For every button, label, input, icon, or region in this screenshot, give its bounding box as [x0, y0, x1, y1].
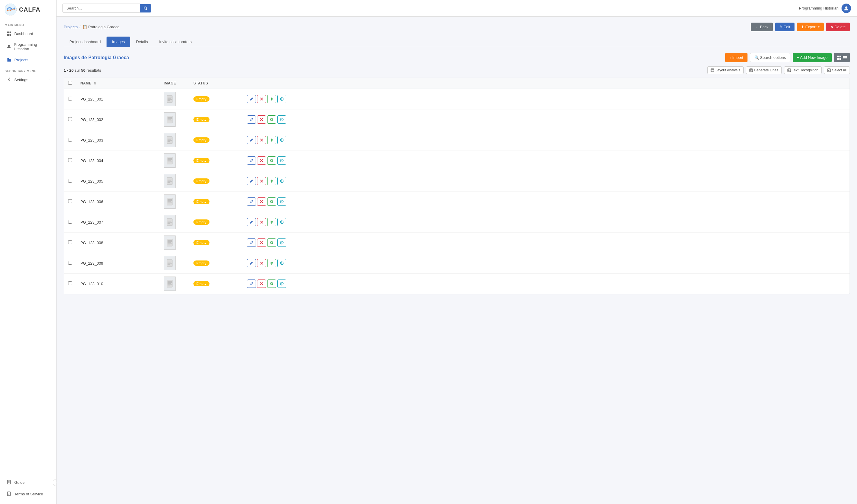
row-info-button[interactable]: [278, 95, 286, 103]
row-info-button[interactable]: [278, 156, 286, 165]
row-edit-button[interactable]: [247, 259, 256, 267]
row-delete-button[interactable]: [257, 95, 266, 103]
row-info-button[interactable]: [278, 259, 286, 267]
tab-images[interactable]: Images: [106, 37, 131, 47]
row-info-button[interactable]: [278, 136, 286, 144]
row-settings-button[interactable]: [267, 95, 276, 103]
row-settings-button[interactable]: [267, 136, 276, 144]
row-info-button[interactable]: [278, 115, 286, 124]
row-checkbox[interactable]: [68, 158, 72, 162]
row-checkbox[interactable]: [68, 261, 72, 265]
row-settings-button[interactable]: [267, 197, 276, 206]
row-checkbox[interactable]: [68, 179, 72, 183]
edit-button[interactable]: ✎ Edit: [775, 22, 794, 31]
row-settings-button[interactable]: [267, 279, 276, 288]
row-checkbox[interactable]: [68, 220, 72, 224]
row-checkbox[interactable]: [68, 240, 72, 244]
search-options-button[interactable]: 🔍 Search options: [750, 53, 790, 62]
text-recognition-button[interactable]: Text Recognition: [784, 66, 822, 74]
row-edit-button[interactable]: [247, 177, 256, 185]
row-settings-button[interactable]: [267, 156, 276, 165]
delete-button[interactable]: ✕ Delete: [826, 22, 850, 31]
row-name: PG_123_004: [76, 151, 159, 171]
row-edit-button[interactable]: [247, 136, 256, 144]
row-edit-button[interactable]: [247, 197, 256, 206]
row-settings-button[interactable]: [267, 218, 276, 226]
back-button[interactable]: ← Back: [751, 22, 773, 31]
row-settings-button[interactable]: [267, 259, 276, 267]
row-info-button[interactable]: [278, 279, 286, 288]
row-delete-button[interactable]: [257, 218, 266, 226]
svg-rect-69: [167, 157, 172, 164]
row-checkbox[interactable]: [68, 97, 72, 101]
row-checkbox[interactable]: [68, 138, 72, 141]
row-settings-button[interactable]: [267, 239, 276, 247]
row-edit-button[interactable]: [247, 115, 256, 124]
search-button[interactable]: [140, 4, 151, 13]
action-buttons: [247, 115, 845, 124]
row-info-button[interactable]: [278, 218, 286, 226]
row-image: [159, 171, 189, 191]
sidebar-item-terms[interactable]: Terms of Service: [2, 489, 54, 499]
layout-analysis-button[interactable]: Layout Analysis: [707, 66, 743, 74]
select-all-button[interactable]: Select all: [824, 66, 850, 74]
tab-project-dashboard[interactable]: Project dashboard: [64, 37, 106, 47]
breadcrumb: Projects / 📋 Patrologia Graeca: [64, 25, 119, 29]
row-delete-button[interactable]: [257, 177, 266, 185]
svg-point-56: [282, 119, 282, 119]
import-button[interactable]: ↑ Import: [725, 53, 747, 62]
row-checkbox[interactable]: [68, 281, 72, 285]
row-thumbnail: [164, 194, 175, 209]
row-delete-button[interactable]: [257, 239, 266, 247]
images-table: NAME ⇅ IMAGE STATUS PG_123_001: [64, 77, 850, 294]
row-delete-button[interactable]: [257, 136, 266, 144]
row-delete-button[interactable]: [257, 259, 266, 267]
row-delete-button[interactable]: [257, 156, 266, 165]
sidebar-item-dashboard[interactable]: Dashboard: [2, 28, 54, 39]
row-info-button[interactable]: [278, 177, 286, 185]
row-image: [159, 212, 189, 232]
svg-rect-117: [167, 239, 172, 246]
select-all-checkbox[interactable]: [68, 81, 72, 85]
svg-rect-81: [167, 177, 172, 185]
user-icon: [6, 44, 11, 49]
breadcrumb-current-label: Patrologia Graeca: [88, 25, 120, 29]
svg-point-116: [282, 221, 282, 222]
status-badge: Empty: [194, 178, 209, 184]
row-edit-button[interactable]: [247, 156, 256, 165]
row-settings-button[interactable]: [267, 177, 276, 185]
row-actions: [243, 253, 850, 274]
sort-icon[interactable]: ⇅: [94, 82, 97, 85]
table-row: PG_123_005 Empty: [64, 171, 850, 191]
status-badge: Empty: [194, 96, 209, 102]
search-input[interactable]: [63, 3, 140, 13]
sidebar-item-guide[interactable]: Guide: [2, 477, 54, 488]
row-checkbox[interactable]: [68, 117, 72, 121]
row-settings-button[interactable]: [267, 115, 276, 124]
row-delete-button[interactable]: [257, 279, 266, 288]
row-edit-button[interactable]: [247, 239, 256, 247]
row-delete-button[interactable]: [257, 115, 266, 124]
tab-invite-collaborators[interactable]: Invite collaborators: [154, 37, 197, 47]
row-info-button[interactable]: [278, 239, 286, 247]
row-edit-button[interactable]: [247, 279, 256, 288]
row-info-button[interactable]: [278, 197, 286, 206]
sidebar-item-settings[interactable]: Settings ›: [2, 74, 54, 85]
breadcrumb-projects-link[interactable]: Projects: [64, 25, 78, 29]
view-toggle-button[interactable]: [834, 53, 850, 62]
sidebar-item-programming-historian[interactable]: Programming Historian: [2, 39, 54, 54]
user-avatar[interactable]: [841, 3, 851, 13]
svg-rect-129: [167, 260, 172, 267]
main-content: Programming Historian Projects / 📋 Patro…: [56, 0, 857, 504]
tab-details[interactable]: Details: [130, 37, 154, 47]
row-edit-button[interactable]: [247, 95, 256, 103]
generate-lines-button[interactable]: Generate Lines: [746, 66, 782, 74]
action-buttons: [247, 218, 845, 226]
sidebar-item-projects[interactable]: Projects: [2, 54, 54, 65]
add-new-image-button[interactable]: + Add New Image: [793, 53, 832, 62]
row-checkbox[interactable]: [68, 199, 72, 203]
export-button[interactable]: ⬆ Export ▾: [797, 22, 824, 31]
row-edit-button[interactable]: [247, 218, 256, 226]
row-status: Empty: [189, 171, 243, 191]
row-delete-button[interactable]: [257, 197, 266, 206]
